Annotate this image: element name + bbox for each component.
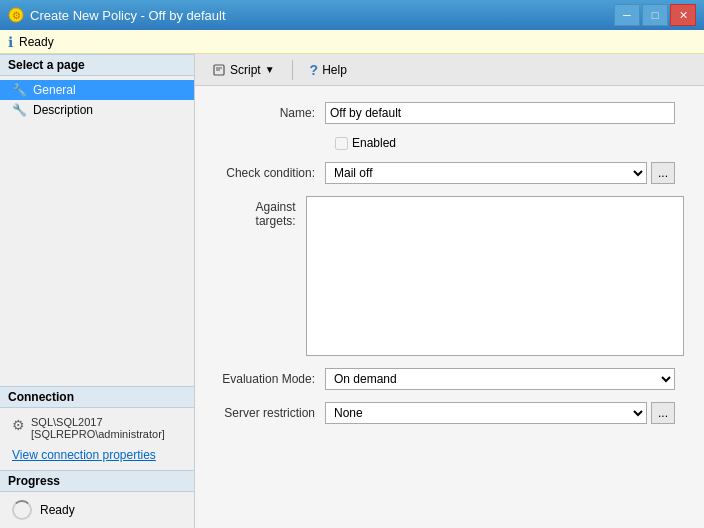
- connection-header: Connection: [0, 386, 194, 408]
- progress-header: Progress: [0, 470, 194, 492]
- evaluation-mode-control: On demand On change: prevent On change: …: [325, 368, 675, 390]
- connection-user: [SQLREPRO\administrator]: [31, 428, 165, 440]
- connection-icon: ⚙: [12, 417, 25, 433]
- check-condition-ellipsis-button[interactable]: ...: [651, 162, 675, 184]
- connection-details: SQL\SQL2017 [SQLREPRO\administrator]: [31, 416, 165, 440]
- name-control: [325, 102, 675, 124]
- script-button[interactable]: Script ▼: [203, 59, 284, 81]
- progress-spinner: [12, 500, 32, 520]
- against-targets-label: Against targets:: [215, 196, 306, 228]
- wrench-icon-2: 🔧: [12, 103, 27, 117]
- connection-section: ⚙ SQL\SQL2017 [SQLREPRO\administrator] V…: [0, 408, 194, 470]
- script-icon: [212, 63, 226, 77]
- maximize-button[interactable]: □: [642, 4, 668, 26]
- name-label: Name:: [215, 106, 325, 120]
- server-restriction-select[interactable]: None: [325, 402, 647, 424]
- script-label: Script: [230, 63, 261, 77]
- progress-item: Ready: [0, 496, 194, 524]
- help-button[interactable]: ? Help: [301, 58, 356, 82]
- check-condition-label: Check condition:: [215, 166, 325, 180]
- info-icon: ℹ: [8, 34, 13, 50]
- close-button[interactable]: ✕: [670, 4, 696, 26]
- status-text: Ready: [19, 35, 54, 49]
- svg-text:⚙: ⚙: [12, 10, 21, 21]
- help-icon: ?: [310, 62, 319, 78]
- name-row: Name:: [215, 102, 684, 124]
- sidebar-item-description[interactable]: 🔧 Description: [0, 100, 194, 120]
- server-restriction-ellipsis-button[interactable]: ...: [651, 402, 675, 424]
- sidebar-item-general-label: General: [33, 83, 76, 97]
- enabled-label: Enabled: [352, 136, 396, 150]
- app-icon: ⚙: [8, 7, 24, 23]
- enabled-checkbox[interactable]: [335, 137, 348, 150]
- status-bar: ℹ Ready: [0, 30, 704, 54]
- toolbar-divider: [292, 60, 293, 80]
- right-panel: Script ▼ ? Help Name: Enabled: [195, 54, 704, 528]
- main-layout: Select a page 🔧 General 🔧 Description Co…: [0, 54, 704, 528]
- toolbar: Script ▼ ? Help: [195, 54, 704, 86]
- view-connection-link[interactable]: View connection properties: [0, 444, 194, 466]
- title-bar: ⚙ Create New Policy - Off by default ─ □…: [0, 0, 704, 30]
- help-label: Help: [322, 63, 347, 77]
- window-controls: ─ □ ✕: [614, 4, 696, 26]
- progress-status: Ready: [40, 503, 75, 517]
- select-page-header: Select a page: [0, 54, 194, 76]
- server-restriction-row: Server restriction None ...: [215, 402, 684, 424]
- connection-item: ⚙ SQL\SQL2017 [SQLREPRO\administrator]: [0, 412, 194, 444]
- wrench-icon: 🔧: [12, 83, 27, 97]
- against-targets-row: Against targets:: [215, 196, 684, 356]
- enabled-row: Enabled: [215, 136, 684, 150]
- connection-server: SQL\SQL2017: [31, 416, 165, 428]
- evaluation-mode-select[interactable]: On demand On change: prevent On change: …: [325, 368, 675, 390]
- check-condition-control: Mail off Custom... ...: [325, 162, 675, 184]
- script-dropdown-arrow: ▼: [265, 64, 275, 75]
- page-section: 🔧 General 🔧 Description: [0, 76, 194, 124]
- progress-section: Ready: [0, 492, 194, 528]
- sidebar-item-description-label: Description: [33, 103, 93, 117]
- name-input[interactable]: [325, 102, 675, 124]
- server-restriction-label: Server restriction: [215, 406, 325, 420]
- evaluation-mode-label: Evaluation Mode:: [215, 372, 325, 386]
- window-title: Create New Policy - Off by default: [30, 8, 226, 23]
- server-restriction-control: None ...: [325, 402, 675, 424]
- sidebar-item-general[interactable]: 🔧 General: [0, 80, 194, 100]
- evaluation-mode-row: Evaluation Mode: On demand On change: pr…: [215, 368, 684, 390]
- minimize-button[interactable]: ─: [614, 4, 640, 26]
- against-targets-textarea[interactable]: [306, 196, 684, 356]
- check-condition-row: Check condition: Mail off Custom... ...: [215, 162, 684, 184]
- content-area: Name: Enabled Check condition: Mail off …: [195, 86, 704, 528]
- left-panel: Select a page 🔧 General 🔧 Description Co…: [0, 54, 195, 528]
- check-condition-select[interactable]: Mail off Custom...: [325, 162, 647, 184]
